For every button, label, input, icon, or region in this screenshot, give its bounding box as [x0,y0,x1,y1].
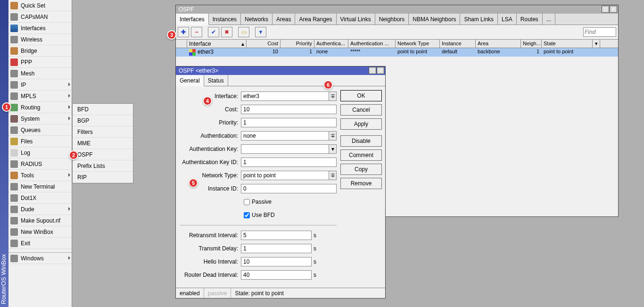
hello-input[interactable] [241,257,312,266]
nettype-dropdown[interactable]: ∓ [329,171,337,180]
col-area[interactable]: Area [476,40,521,48]
sidebar-capsman[interactable]: CAPsMAN [8,11,72,23]
remove-button[interactable]: − [191,27,202,37]
tab-general[interactable]: General [176,75,204,86]
submenu-ospf[interactable]: OSPF [73,149,133,160]
submenu-mme[interactable]: MME [73,138,133,149]
authkey-input[interactable] [241,144,329,154]
interface-input[interactable] [241,91,329,101]
filter-button[interactable]: ▼ [255,27,266,37]
col-state[interactable]: State [542,40,593,48]
sidebar-supout[interactable]: Make Supout.rif [8,215,72,226]
copy-button[interactable]: Copy [340,164,382,175]
instanceid-input[interactable] [241,184,337,193]
sidebar-files[interactable]: Files [8,136,72,147]
dead-input[interactable] [241,270,312,280]
sidebar-windows[interactable]: Windows [8,253,72,264]
add-button[interactable]: ✚ [178,27,189,37]
apply-button[interactable]: Apply [340,118,382,130]
col-authkey[interactable]: Authentication ... [348,40,396,48]
nettype-input[interactable] [241,171,329,180]
sidebar-mpls[interactable]: MPLS [8,91,72,102]
col-interface[interactable]: Interface ▴ [187,40,247,48]
sidebar-bridge[interactable]: Bridge [8,45,72,57]
tab-routes[interactable]: Routes [517,14,543,25]
sidebar-interfaces[interactable]: Interfaces [8,23,72,34]
sidebar-exit[interactable]: Exit [8,238,72,249]
col-auth[interactable]: Authentica... [314,40,348,48]
retransmit-input[interactable] [241,231,312,240]
ok-button[interactable]: OK [340,90,382,101]
auth-dropdown[interactable]: ∓ [329,131,337,141]
tab-networks[interactable]: Networks [241,14,272,25]
col-priority[interactable]: Priority [281,40,314,48]
sidebar-routing[interactable]: Routing [8,102,72,113]
sidebar-queues[interactable]: Queues [8,124,72,136]
sidebar-tools[interactable]: Tools [8,170,72,181]
submenu-prefixlists[interactable]: Prefix Lists [73,160,133,172]
passive-checkbox[interactable] [244,199,250,205]
windows-icon [10,255,18,262]
tab-lsa[interactable]: LSA [498,14,517,25]
disable-button[interactable]: Disable [340,135,382,147]
tab-arearanges[interactable]: Area Ranges [295,14,336,25]
comment-button[interactable]: Comment [340,149,382,161]
table-row[interactable]: ether3 10 1 none ***** point to point de… [176,48,618,57]
cost-input[interactable] [241,105,337,114]
sidebar-wireless[interactable]: Wireless [8,34,72,45]
col-cost[interactable]: Cost [247,40,281,48]
close-button[interactable]: ✕ [377,67,384,74]
callout-3: 3 [167,30,176,40]
enable-button[interactable]: ✔ [208,27,219,37]
cancel-button[interactable]: Cancel [340,104,382,116]
tab-shamlinks[interactable]: Sham Links [460,14,498,25]
interface-dropdown[interactable]: ∓ [329,91,337,101]
label: CAPsMAN [21,14,48,20]
priority-input[interactable] [241,118,337,127]
sidebar-ppp[interactable]: PPP [8,57,72,68]
col-flag[interactable] [176,40,187,48]
remove-button[interactable]: Remove [340,178,382,189]
txdelay-input[interactable] [241,244,312,253]
tab-interfaces[interactable]: Interfaces [176,14,209,25]
tab-virtuallinks[interactable]: Virtual Links [337,14,375,25]
usebfd-checkbox[interactable] [244,212,250,218]
tab-more[interactable]: ... [543,14,555,25]
col-nettype[interactable]: Network Type [396,40,440,48]
sidebar-mesh[interactable]: Mesh [8,68,72,79]
tab-neighbors[interactable]: Neighbors [375,14,409,25]
submenu-rip[interactable]: RIP [73,172,133,183]
comment-button[interactable]: ▭ [238,27,249,37]
submenu-bgp[interactable]: BGP [73,115,133,126]
exit-icon [10,240,18,247]
disable-button[interactable]: ✖ [221,27,232,37]
sidebar-dot1x[interactable]: Dot1X [8,192,72,204]
tab-instances[interactable]: Instances [209,14,241,25]
col-neigh[interactable]: Neigh... [521,40,542,48]
sidebar-radius[interactable]: RADIUS [8,158,72,170]
submenu-filters[interactable]: Filters [73,126,133,138]
col-instance[interactable]: Instance [440,40,476,48]
dialog-titlebar[interactable]: OSPF <ether3> □ ✕ [176,66,385,75]
authkeyid-input[interactable] [241,158,337,167]
col-more[interactable]: ▾ [593,40,600,48]
close-button[interactable]: ✕ [610,6,617,13]
tab-status[interactable]: Status [204,75,228,86]
find-input[interactable] [583,27,616,37]
tab-nbma[interactable]: NBMA Neighbors [409,14,460,25]
maximize-button[interactable]: □ [369,67,376,74]
sidebar-system[interactable]: System [8,113,72,124]
authkey-dropdown[interactable]: ▾ [329,144,337,154]
sidebar-newterminal[interactable]: New Terminal [8,181,72,192]
ospf-titlebar[interactable]: OSPF □ ✕ [176,5,618,14]
maximize-button[interactable]: □ [602,6,609,13]
auth-input[interactable] [241,131,329,141]
submenu-bfd[interactable]: BFD [73,104,133,115]
sidebar-dude[interactable]: Dude [8,204,72,215]
tab-areas[interactable]: Areas [272,14,295,25]
sidebar-newwinbox[interactable]: New WinBox [8,226,72,238]
sidebar-log[interactable]: Log [8,147,72,158]
sidebar-quickset[interactable]: Quick Set [8,0,72,11]
auth-label: Authentication: [180,133,241,139]
sidebar-ip[interactable]: IP [8,79,72,91]
